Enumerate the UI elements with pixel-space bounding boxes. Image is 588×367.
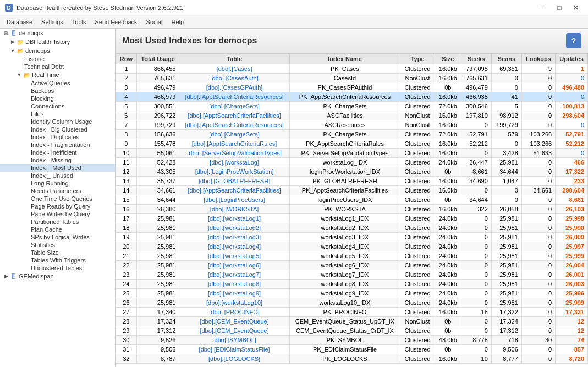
sidebar-item-index-big-clustered[interactable]: Index - Big Clustered <box>0 125 115 133</box>
table-row[interactable]: 309,526[dbo].[SYMBOL]PK_SYMBOLClustered4… <box>116 336 588 345</box>
cell-table[interactable]: [dbo].[workstaLog8] <box>179 280 289 289</box>
maximize-button[interactable]: □ <box>552 2 567 13</box>
table-row[interactable]: 1243,305[dbo].[LoginProcWorkStation]logi… <box>116 167 588 177</box>
sidebar-item-long-running[interactable]: Long Running <box>0 179 115 187</box>
table-row[interactable]: 4466,979[dbo].[ApptSearchCriteriaResourc… <box>116 92 588 102</box>
sidebar-item-needs-parameters[interactable]: Needs Parameters <box>0 187 115 195</box>
cell-table[interactable]: [dbo].[workstaLog6] <box>179 261 289 270</box>
table-row[interactable]: 1626,380[dbo].[WORKSTA]PK_WORKSTACluster… <box>116 205 588 214</box>
table-row[interactable]: 2817,324[dbo].[CEM_EventQueue]CEM_EventQ… <box>116 317 588 326</box>
sidebar-item-active-queries[interactable]: Active Queries <box>0 79 115 87</box>
col-header-table[interactable]: Table <box>179 54 289 64</box>
cell-table[interactable]: [dbo].[ChargeSets] <box>179 130 289 139</box>
table-row[interactable]: 2917,312[dbo].[CEM_EventQueue]CEM_EventQ… <box>116 326 588 336</box>
cell-table[interactable]: [dbo].[workstaLog1] <box>179 214 289 223</box>
tree-expander-democps[interactable]: ▼ <box>9 47 17 54</box>
col-header-size[interactable]: Size <box>435 54 461 64</box>
col-header-updates[interactable]: Updates <box>556 54 588 64</box>
table-row[interactable]: 1434,661[dbo].[ApptSearchCriteriaFacilit… <box>116 186 588 195</box>
sidebar-item-statistics[interactable]: Statistics <box>0 241 115 249</box>
cell-table[interactable]: [dbo].[ApptSearchCriteriaFacilities] <box>179 186 289 195</box>
sidebar-item-backups[interactable]: Backups <box>0 87 115 95</box>
table-row[interactable]: 1055,061[dbo].[ServerSetupValidationType… <box>116 149 588 158</box>
table-row[interactable]: 1725,981[dbo].[workstaLog1]workstaLog1_I… <box>116 214 588 223</box>
table-row[interactable]: 8156,636[dbo].[ChargeSets]PK_ChargeSetsC… <box>116 130 588 139</box>
tree-expander-dbhealthhistory[interactable]: ▶ <box>9 38 17 46</box>
sidebar-item-democps-root[interactable]: ⊞🗄democps <box>0 29 115 37</box>
sidebar-item-blocking[interactable]: Blocking <box>0 95 115 102</box>
table-row[interactable]: 328,787[dbo].[LOGLOCKS]PK_LOGLOCKSCluste… <box>116 354 588 364</box>
table-row[interactable]: 1152,428[dbo].[workstaLog]workstaLog_IDX… <box>116 158 588 167</box>
col-header-total-usage[interactable]: Total Usage <box>136 54 179 64</box>
sidebar-item-table-size[interactable]: Table Size <box>0 249 115 256</box>
tree-expander-democps-root[interactable]: ⊞ <box>2 29 10 37</box>
minimize-button[interactable]: ─ <box>535 2 551 13</box>
table-row[interactable]: 1335,737[dbo].[GLOBALREFRESH]PK_GLOBALRE… <box>116 177 588 186</box>
sidebar-item-gemedispan[interactable]: ▶🗄GEMedispan <box>0 272 115 281</box>
cell-table[interactable]: [dbo].[PROCINFO] <box>179 308 289 317</box>
cell-table[interactable]: [dbo].[ApptSearchCriteriaResources] <box>179 120 289 130</box>
sidebar-item-index-missing[interactable]: Index - Missing <box>0 156 115 164</box>
cell-table[interactable]: [dbo].[ApptSearchCriteriaResources] <box>179 92 289 102</box>
table-row[interactable]: 2425,981[dbo].[workstaLog8]workstaLog8_I… <box>116 280 588 289</box>
sidebar-item-plan-cache[interactable]: Plan Cache <box>0 226 115 233</box>
menu-item-tools[interactable]: Tools <box>68 18 91 26</box>
sidebar-item-partitioned-tables[interactable]: Partitioned Tables <box>0 218 115 226</box>
table-row[interactable]: 2325,981[dbo].[workstaLog7]workstaLog7_I… <box>116 270 588 280</box>
col-header-type[interactable]: Type <box>400 54 435 64</box>
menu-item-settings[interactable]: Settings <box>37 18 68 26</box>
table-row[interactable]: 9155,478[dbo].[ApptSearchCriteriaRules]P… <box>116 139 588 149</box>
cell-table[interactable]: [dbo].[EDIClaimStatusFile] <box>179 345 289 354</box>
menu-item-send-feedback[interactable]: Send Feedback <box>91 18 142 26</box>
cell-table[interactable]: [dbo].[workstaLog] <box>179 158 289 167</box>
sidebar-item-historic[interactable]: Historic <box>0 55 115 63</box>
sidebar-item-page-reads-by-query[interactable]: Page Reads by Query <box>0 202 115 210</box>
tree-expander-real-time[interactable]: ▼ <box>15 71 23 79</box>
help-button[interactable]: ? <box>566 33 581 48</box>
table-row[interactable]: 2765,631[dbo].[CasesAuth]CasesIdNonClust… <box>116 74 588 83</box>
menu-item-database[interactable]: Database <box>2 18 37 26</box>
cell-table[interactable]: [dbo].[SYMBOL] <box>179 336 289 345</box>
sidebar-item-real-time[interactable]: ▼📂Real Time <box>0 70 115 79</box>
sidebar-item-tables-with-triggers[interactable]: Tables With Triggers <box>0 256 115 264</box>
cell-table[interactable]: [dbo].[WORKSTA] <box>179 205 289 214</box>
table-row[interactable]: 5300,551[dbo].[ChargeSets]PK_ChargeSetsC… <box>116 102 588 111</box>
table-row[interactable]: 2125,981[dbo].[workstaLog5]workstaLog5_I… <box>116 251 588 261</box>
sidebar-item-page-writes-by-query[interactable]: Page Writes by Query <box>0 210 115 218</box>
table-row[interactable]: 1866,455[dbo].[Cases]PK_CasesClustered16… <box>116 64 588 74</box>
cell-table[interactable]: [dbo].[GLOBALREFRESH] <box>179 177 289 186</box>
cell-table[interactable]: [dbo].[Cases] <box>179 64 289 74</box>
col-header-seeks[interactable]: Seeks <box>461 54 491 64</box>
cell-table[interactable]: [dbo].[CEM_EventQueue] <box>179 317 289 326</box>
sidebar-item-identity-column-usage[interactable]: Identity Column Usage <box>0 118 115 125</box>
cell-table[interactable]: [dbo].[workstaLog7] <box>179 270 289 280</box>
col-header-index-name[interactable]: Index Name <box>289 54 400 64</box>
cell-table[interactable]: [dbo].[workstaLog9] <box>179 289 289 298</box>
menu-item-help[interactable]: Help <box>167 18 189 26</box>
menu-item-social[interactable]: Social <box>142 18 167 26</box>
sidebar-item-one-time-use-queries[interactable]: One Time Use Queries <box>0 195 115 202</box>
sidebar-item-files[interactable]: Files <box>0 110 115 118</box>
cell-table[interactable]: [dbo].[CEM_EventQueue] <box>179 326 289 336</box>
sidebar-item-unclustered-tables[interactable]: Unclustered Tables <box>0 264 115 272</box>
sidebar-item-index-fragmentation[interactable]: Index - Fragmentation <box>0 141 115 149</box>
cell-table[interactable]: [dbo].[LOGLOCKS] <box>179 354 289 364</box>
sidebar-item-sps-by-logical-writes[interactable]: SPs by Logical Writes <box>0 233 115 241</box>
sidebar-item-index-unused[interactable]: Index _ Unused <box>0 172 115 179</box>
table-row[interactable]: 1925,981[dbo].[workstaLog3]workstaLog3_I… <box>116 233 588 242</box>
cell-table[interactable]: [dbo].[workstaLog3] <box>179 233 289 242</box>
table-row[interactable]: 319,506[dbo].[EDIClaimStatusFile]PK_EDIC… <box>116 345 588 354</box>
sidebar-item-connections[interactable]: Connections <box>0 102 115 110</box>
cell-table[interactable]: [dbo].[ApptSearchCriteriaFacilities] <box>179 111 289 120</box>
table-row[interactable]: 7199,729[dbo].[ApptSearchCriteriaResourc… <box>116 120 588 130</box>
cell-table[interactable]: [dbo].[workstaLog2] <box>179 223 289 233</box>
close-button[interactable]: ✕ <box>568 2 584 13</box>
table-row[interactable]: 2225,981[dbo].[workstaLog6]workstaLog6_I… <box>116 261 588 270</box>
cell-table[interactable]: [dbo].[workstaLog10] <box>179 298 289 308</box>
cell-table[interactable]: [dbo].[CasesAuth] <box>179 74 289 83</box>
sidebar-item-index-inefficient[interactable]: Index - Inefficient <box>0 149 115 156</box>
col-header-row[interactable]: Row <box>116 54 137 64</box>
cell-table[interactable]: [dbo].[CasesGPAuth] <box>179 83 289 92</box>
table-row[interactable]: 2525,981[dbo].[workstaLog9]workstaLog9_I… <box>116 289 588 298</box>
table-row[interactable]: 2717,340[dbo].[PROCINFO]PK_PROCINFOClust… <box>116 308 588 317</box>
